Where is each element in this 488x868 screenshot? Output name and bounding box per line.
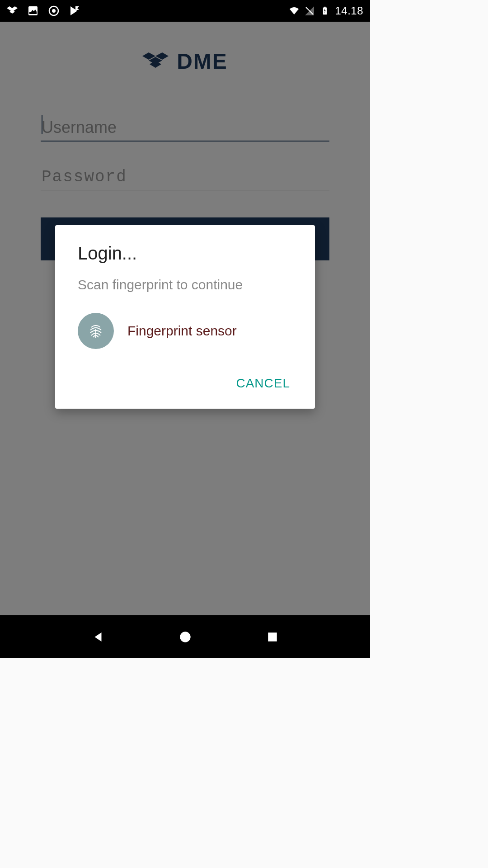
home-button[interactable] bbox=[176, 628, 194, 646]
circle-icon bbox=[48, 5, 59, 16]
battery-icon bbox=[319, 5, 330, 16]
fingerprint-icon bbox=[78, 313, 114, 349]
status-left-icons bbox=[7, 5, 80, 16]
dialog-actions: CANCEL bbox=[78, 372, 292, 395]
recent-apps-button[interactable] bbox=[263, 628, 282, 646]
signal-icon bbox=[304, 5, 315, 16]
status-time: 14.18 bbox=[335, 5, 363, 17]
svg-point-2 bbox=[52, 9, 56, 13]
sensor-label: Fingerprint sensor bbox=[127, 323, 237, 339]
fingerprint-dialog: Login... Scan fingerprint to continue Fi… bbox=[55, 225, 315, 409]
back-button[interactable] bbox=[89, 628, 107, 646]
svg-point-6 bbox=[180, 632, 190, 642]
modal-overlay: Login... Scan fingerprint to continue Fi… bbox=[0, 22, 370, 615]
dialog-subtitle: Scan fingerprint to continue bbox=[78, 277, 292, 292]
app-icon-1 bbox=[7, 5, 18, 16]
svg-rect-7 bbox=[268, 632, 277, 642]
gallery-icon bbox=[28, 5, 38, 16]
play-check-icon bbox=[69, 5, 80, 16]
status-bar: 14.18 bbox=[0, 0, 370, 22]
cancel-button[interactable]: CANCEL bbox=[234, 372, 292, 395]
status-right-icons: 14.18 bbox=[289, 5, 363, 17]
dialog-title: Login... bbox=[78, 243, 292, 264]
svg-rect-5 bbox=[324, 7, 326, 8]
wifi-icon bbox=[289, 5, 300, 16]
navigation-bar bbox=[0, 615, 370, 658]
fingerprint-sensor-row: Fingerprint sensor bbox=[78, 313, 292, 349]
